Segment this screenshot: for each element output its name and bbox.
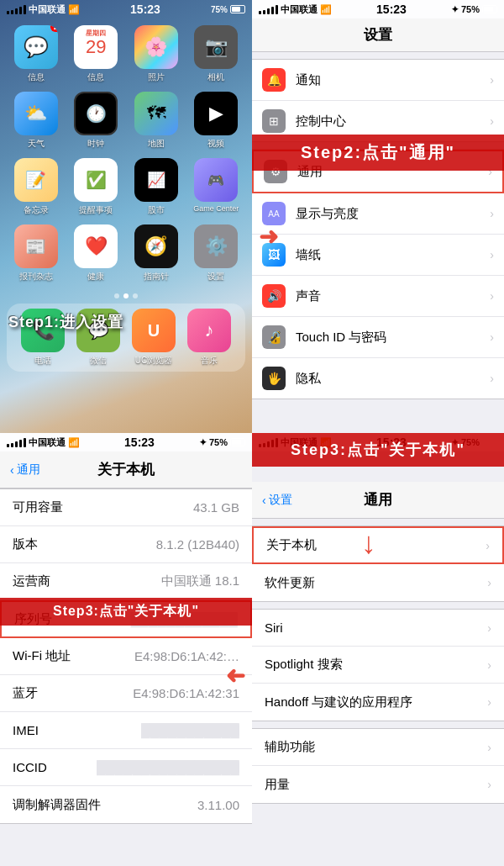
wallpaper-label: 墙纸 xyxy=(296,247,490,263)
general-row-siri[interactable]: Siri › xyxy=(252,610,504,647)
q3-signal xyxy=(7,438,26,447)
app-video[interactable]: ▶ 视频 xyxy=(191,92,243,150)
general-row-accessibility[interactable]: 辅助功能 › xyxy=(252,729,504,766)
app-calendar[interactable]: 星期四 29 信息 xyxy=(71,25,123,83)
notif-label: 通知 xyxy=(296,72,490,88)
q3-battery-area: ✦ 75% xyxy=(199,437,245,448)
general-row-update[interactable]: 软件更新 › xyxy=(252,564,504,601)
q3-battery-icon xyxy=(230,438,245,446)
bt-value: E4:98:D6:1A:42:31 xyxy=(133,686,239,700)
general-row-handoff[interactable]: Handoff 与建议的应用程序 › xyxy=(252,684,504,721)
settings-row-display[interactable]: AA 显示与亮度 › xyxy=(252,193,504,235)
q4-back-button[interactable]: ‹ 设置 xyxy=(262,493,292,508)
q2-carrier: 中国联通 📶 xyxy=(259,3,332,16)
app-maps[interactable]: 🗺 地图 xyxy=(130,92,182,150)
q2-battery-pct: 75% xyxy=(461,4,480,14)
q3-status-bar: 中国联通 📶 15:23 ✦ 75% xyxy=(0,433,252,451)
app-ucbrowser[interactable]: U UC浏览器 xyxy=(132,309,176,367)
about-row-iccid: ICCID ████████████████ xyxy=(0,749,252,786)
q3-back-label: 通用 xyxy=(17,462,40,478)
app-messages-label: 信息 xyxy=(28,71,45,83)
version-value: 8.1.2 (12B440) xyxy=(156,537,239,552)
app-grid: 💬 2 信息 星期四 29 信息 🌸 照片 📷 xyxy=(0,18,252,289)
app-stocks-label: 股市 xyxy=(148,204,165,216)
app-compass-label: 指南针 xyxy=(144,271,169,283)
app-music-label: 音乐 xyxy=(201,355,218,367)
q3-carrier: 中国联通 📶 xyxy=(7,436,80,449)
step3-label: Step3:点击"关于本机" xyxy=(252,433,504,467)
app-notes[interactable]: 📝 备忘录 xyxy=(10,158,62,216)
display-icon: AA xyxy=(262,202,286,225)
q2-battery-area: ✦ 75% xyxy=(451,4,497,15)
app-camera[interactable]: 📷 相机 xyxy=(191,25,243,83)
privacy-chevron: › xyxy=(490,372,494,385)
app-photos[interactable]: 🌸 照片 xyxy=(130,25,182,83)
app-weather-label: 天气 xyxy=(28,138,45,150)
carrier-label: 运营商 xyxy=(13,573,50,589)
touchid-icon: 🔏 xyxy=(262,325,286,349)
spotlight-chevron: › xyxy=(487,658,491,672)
settings-row-wallpaper[interactable]: 🖼 墙纸 › xyxy=(252,235,504,276)
settings-row-privacy[interactable]: 🖐 隐私 › xyxy=(252,358,504,399)
spotlight-label: Spotlight 搜索 xyxy=(265,657,343,673)
app-settings[interactable]: ⚙️ 设置 xyxy=(191,224,243,283)
q3-time: 15:23 xyxy=(124,436,155,449)
notif-chevron: › xyxy=(490,73,494,87)
siri-chevron: › xyxy=(487,621,491,635)
app-phone-label: 电话 xyxy=(34,355,51,367)
iccid-label: ICCID xyxy=(13,760,47,774)
app-newsstand[interactable]: 📰 报刊杂志 xyxy=(10,224,62,283)
app-gamecenter[interactable]: 🎮 Game Center xyxy=(191,158,243,216)
app-health[interactable]: ❤️ 健康 xyxy=(71,224,123,283)
wifi-value: E4:98:D6:1A:42:… xyxy=(134,649,239,663)
sound-chevron: › xyxy=(490,289,494,303)
siri-label: Siri xyxy=(265,620,283,635)
q2-title: 设置 xyxy=(364,27,392,43)
q2-battery-icon xyxy=(482,5,497,13)
about-row-wifi: Wi-Fi 地址 E4:98:D6:1A:42:… xyxy=(0,638,252,675)
q1-status-bar: 中国联通 📶 15:23 75% xyxy=(0,0,252,18)
red-arrow-q2: ➜ xyxy=(259,223,278,251)
general-settings-screen: 中国联通 📶 15:23 ✦ 75% Step3:点击"关于本机" ‹ 设置 通… xyxy=(252,433,504,866)
control-label: 控制中心 xyxy=(296,114,490,129)
privacy-label: 隐私 xyxy=(296,371,490,387)
about-row-bluetooth: 蓝牙 E4:98:D6:1A:42:31 xyxy=(0,675,252,712)
app-stocks[interactable]: 📈 股市 xyxy=(130,158,182,216)
app-calendar-label: 信息 xyxy=(87,71,104,83)
app-camera-label: 相机 xyxy=(207,71,224,83)
app-reminder[interactable]: ✅ 提醒事项 xyxy=(71,158,123,216)
bt-label: 蓝牙 xyxy=(13,685,38,701)
q2-wifi: 📶 xyxy=(320,4,332,15)
touchid-label: Touch ID 与密码 xyxy=(296,330,490,346)
notif-icon: 🔔 xyxy=(262,68,286,92)
usage-label: 用量 xyxy=(265,777,290,793)
handoff-chevron: › xyxy=(487,695,491,709)
app-music[interactable]: ♪ 音乐 xyxy=(187,309,231,367)
app-weather[interactable]: ⛅ 天气 xyxy=(10,92,62,150)
down-arrow-q4: ↓ xyxy=(361,525,376,561)
q3-bluetooth: ✦ xyxy=(199,437,207,448)
update-label: 软件更新 xyxy=(265,575,315,591)
general-row-about[interactable]: 关于本机 › xyxy=(252,526,504,564)
carrier-value: 中国联通 18.1 xyxy=(161,573,239,589)
q2-carrier-label: 中国联通 xyxy=(281,3,318,16)
general-row-spotlight[interactable]: Spotlight 搜索 › xyxy=(252,647,504,684)
q3-title: 关于本机 xyxy=(97,460,155,479)
settings-row-notif[interactable]: 🔔 通知 › xyxy=(252,60,504,101)
app-photos-label: 照片 xyxy=(148,71,165,83)
settings-row-sound[interactable]: 🔊 声音 › xyxy=(252,276,504,317)
app-notes-label: 备忘录 xyxy=(24,204,49,216)
about-row-imei: IMEI ███████████ xyxy=(0,712,252,749)
accessibility-label: 辅助功能 xyxy=(265,739,315,755)
sound-label: 声音 xyxy=(296,288,490,304)
general-row-usage[interactable]: 用量 › xyxy=(252,766,504,803)
app-clock[interactable]: 🕐 时钟 xyxy=(71,92,123,150)
app-messages[interactable]: 💬 2 信息 xyxy=(10,25,62,83)
q3-back-button[interactable]: ‹ 通用 xyxy=(10,462,40,478)
app-compass[interactable]: 🧭 指南针 xyxy=(130,224,182,283)
settings-row-touchid[interactable]: 🔏 Touch ID 与密码 › xyxy=(252,317,504,358)
modem-value: 3.11.00 xyxy=(197,798,239,812)
imei-value: ███████████ xyxy=(141,723,239,737)
imei-label: IMEI xyxy=(13,723,39,737)
app-maps-label: 地图 xyxy=(148,138,165,150)
